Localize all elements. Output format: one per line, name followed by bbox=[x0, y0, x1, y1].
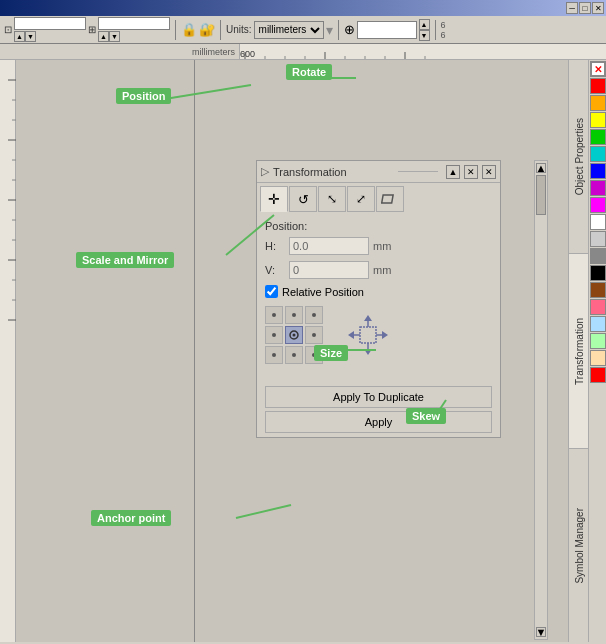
tab-rotate[interactable]: ↺ bbox=[289, 186, 317, 212]
color-blue[interactable] bbox=[590, 163, 606, 179]
x-counter: 6 6 bbox=[441, 20, 446, 40]
ruler-unit-label: millimeters bbox=[192, 47, 235, 57]
y-spin-up[interactable]: ▲ bbox=[98, 31, 109, 42]
anchor-tr[interactable] bbox=[305, 306, 323, 324]
color-lightgreen[interactable] bbox=[590, 333, 606, 349]
color-peach[interactable] bbox=[590, 350, 606, 366]
lock2-icon[interactable]: 🔐 bbox=[199, 22, 215, 37]
anchor-mc-icon bbox=[287, 328, 301, 342]
color-orange[interactable] bbox=[590, 95, 606, 111]
anchor-tl[interactable] bbox=[265, 306, 283, 324]
h-unit: mm bbox=[373, 240, 391, 252]
anchor-mc[interactable] bbox=[285, 326, 303, 344]
position-y-group: ⊞ 457.2 mm ▲ ▼ bbox=[88, 17, 170, 42]
anchor-bc[interactable] bbox=[285, 346, 303, 364]
tab-size[interactable]: ⤢ bbox=[347, 186, 375, 212]
move-arrows-icon bbox=[344, 311, 392, 359]
x-spin-up[interactable]: ▲ bbox=[14, 31, 25, 42]
panel-tabs: ✛ ↺ ⤡ ⤢ bbox=[257, 183, 500, 212]
scroll-down-btn[interactable]: ▼ bbox=[536, 627, 546, 637]
tab-transformation-label: Transformation bbox=[574, 318, 585, 385]
ruler: millimeters 600 bbox=[0, 44, 606, 60]
apply-btn[interactable]: Apply bbox=[265, 411, 492, 433]
sep2 bbox=[220, 20, 221, 40]
anchor-tc[interactable] bbox=[285, 306, 303, 324]
position-x-group: ⊡ 609.6 mm ▲ ▼ bbox=[4, 17, 86, 42]
color-lightblue[interactable] bbox=[590, 316, 606, 332]
y-position-input[interactable]: 457.2 mm bbox=[98, 17, 170, 30]
color-cyan[interactable] bbox=[590, 146, 606, 162]
close-btn[interactable]: ✕ bbox=[592, 2, 604, 14]
tab-symbol-manager[interactable]: Symbol Manager bbox=[569, 449, 589, 642]
sep3 bbox=[338, 20, 339, 40]
panel-close2-btn[interactable]: ✕ bbox=[482, 165, 496, 179]
move-arrows-container bbox=[343, 310, 393, 360]
maximize-btn[interactable]: □ bbox=[579, 2, 591, 14]
svg-marker-33 bbox=[364, 315, 372, 321]
color-purple[interactable] bbox=[590, 180, 606, 196]
units-select[interactable]: millimeters bbox=[254, 21, 324, 39]
color-green[interactable] bbox=[590, 129, 606, 145]
x-spin-down[interactable]: ▼ bbox=[25, 31, 36, 42]
relative-position-label: Relative Position bbox=[282, 286, 364, 298]
tab-skew[interactable] bbox=[376, 186, 404, 212]
panel-expand-btn[interactable]: ▷ bbox=[261, 165, 269, 178]
color-red2[interactable] bbox=[590, 367, 606, 383]
minimize-btn[interactable]: ─ bbox=[566, 2, 578, 14]
tab-object-properties[interactable]: Object Properties bbox=[569, 60, 589, 254]
scroll-thumb[interactable] bbox=[536, 175, 546, 215]
move-icon: ✛ bbox=[268, 191, 280, 207]
v-ruler-ticks bbox=[0, 60, 16, 642]
color-yellow[interactable] bbox=[590, 112, 606, 128]
panel-arrow-up[interactable]: ▲ bbox=[446, 165, 460, 179]
main-area: Position Rotate bbox=[0, 60, 606, 642]
y-spin-down[interactable]: ▼ bbox=[109, 31, 120, 42]
svg-rect-29 bbox=[382, 195, 393, 203]
y-icon: ⊞ bbox=[88, 24, 96, 35]
color-white[interactable] bbox=[590, 214, 606, 230]
snap-spin-up[interactable]: ▲ bbox=[419, 19, 430, 30]
svg-marker-34 bbox=[364, 349, 372, 355]
tab-transformation[interactable]: Transformation bbox=[569, 254, 589, 448]
panel-close-btn[interactable]: ✕ bbox=[464, 165, 478, 179]
ruler-ticks bbox=[240, 44, 540, 60]
side-tabs: Object Properties Transformation Symbol … bbox=[568, 60, 588, 642]
btn-row: Apply To Duplicate Apply bbox=[257, 382, 500, 437]
svg-marker-36 bbox=[382, 331, 388, 339]
svg-marker-35 bbox=[348, 331, 354, 339]
canvas-container: Position Rotate bbox=[16, 60, 568, 642]
v-field-row: V: 0 mm bbox=[265, 261, 492, 279]
anchor-mr[interactable] bbox=[305, 326, 323, 344]
color-magenta[interactable] bbox=[590, 197, 606, 213]
no-color-swatch[interactable]: ✕ bbox=[590, 61, 606, 77]
color-brown[interactable] bbox=[590, 282, 606, 298]
color-pink[interactable] bbox=[590, 299, 606, 315]
snap-icon[interactable]: ⊕ bbox=[344, 22, 355, 37]
anchor-bl[interactable] bbox=[265, 346, 283, 364]
snap-spin-down[interactable]: ▼ bbox=[419, 30, 430, 41]
h-input[interactable]: 0.0 bbox=[289, 237, 369, 255]
relative-position-row: Relative Position bbox=[265, 285, 492, 298]
apply-to-duplicate-btn[interactable]: Apply To Duplicate bbox=[265, 386, 492, 408]
dropdown-arrow: ▾ bbox=[326, 22, 333, 38]
relative-position-checkbox[interactable] bbox=[265, 285, 278, 298]
tab-move[interactable]: ✛ bbox=[260, 186, 288, 212]
color-palette: ✕ bbox=[588, 60, 606, 642]
lock-icon[interactable]: 🔒 bbox=[181, 22, 197, 37]
snap-input[interactable]: 1.0 mm bbox=[357, 21, 417, 39]
color-lightgray[interactable] bbox=[590, 231, 606, 247]
v-input[interactable]: 0 bbox=[289, 261, 369, 279]
v-label: V: bbox=[265, 264, 285, 276]
sep1 bbox=[175, 20, 176, 40]
y-input-group: 457.2 mm ▲ ▼ bbox=[98, 17, 170, 42]
scroll-up-btn[interactable]: ▲ bbox=[536, 163, 546, 173]
color-red[interactable] bbox=[590, 78, 606, 94]
ruler-marks: 600 bbox=[240, 44, 606, 59]
anchor-ml[interactable] bbox=[265, 326, 283, 344]
tab-scale[interactable]: ⤡ bbox=[318, 186, 346, 212]
sep4 bbox=[435, 20, 436, 40]
toolbar: ⊡ 609.6 mm ▲ ▼ ⊞ 457.2 mm ▲ ▼ 🔒 � bbox=[0, 16, 606, 44]
color-gray[interactable] bbox=[590, 248, 606, 264]
color-black[interactable] bbox=[590, 265, 606, 281]
x-position-input[interactable]: 609.6 mm bbox=[14, 17, 86, 30]
